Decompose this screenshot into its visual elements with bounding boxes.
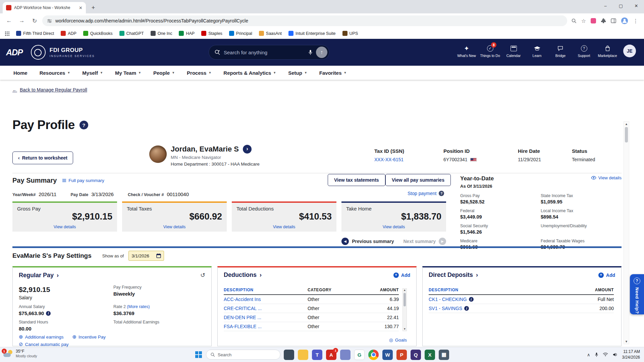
close-button[interactable]: ✕: [629, 0, 644, 11]
return-to-worksheet-button[interactable]: ‹Return to worksheet: [12, 152, 73, 164]
adp-logo[interactable]: ADP: [6, 48, 23, 57]
mic-icon[interactable]: [595, 352, 598, 357]
view-all-pay-summaries-button[interactable]: View all pay summaries: [385, 174, 451, 186]
refresh-icon[interactable]: ↻: [30, 16, 40, 26]
bookmark-item[interactable]: Fifth Third Direct: [16, 31, 54, 36]
nav-item-setup[interactable]: Setup▼: [288, 70, 307, 76]
need-help-button[interactable]: ? Need Help?: [630, 274, 644, 314]
bookmark-star-icon[interactable]: ☆: [581, 18, 586, 24]
date-input[interactable]: [131, 253, 154, 258]
browser-tab[interactable]: ADP Workforce Now - Workshe ✕: [3, 2, 86, 13]
search-submit-button[interactable]: ↑: [316, 47, 327, 58]
wifi-icon[interactable]: [603, 353, 608, 357]
volume-icon[interactable]: [612, 353, 618, 357]
nav-item-process[interactable]: Process▼: [187, 70, 211, 76]
excel-icon[interactable]: X: [425, 350, 435, 360]
search-icon[interactable]: [571, 18, 577, 23]
account-link[interactable]: CK1 - CHECKING: [429, 297, 467, 302]
scroll-up-icon[interactable]: ▲: [403, 289, 407, 292]
start-button[interactable]: [195, 351, 203, 359]
previous-summary-button[interactable]: ◀ Previous summary: [341, 238, 394, 245]
deductions-scrollbar[interactable]: ▲ ▼: [402, 288, 407, 331]
nav-item-people[interactable]: People▼: [153, 70, 175, 76]
bookmark-item[interactable]: ADP: [61, 31, 76, 36]
cancel-automatic-pay-link[interactable]: ⊘Cancel automatic pay: [19, 341, 68, 347]
bookmark-item[interactable]: SaasAnt: [259, 31, 282, 36]
deduction-link[interactable]: FSA-FLEXIBLE ...: [224, 324, 262, 329]
pinned-extension-icon[interactable]: [591, 18, 596, 23]
bookmark-item[interactable]: UPS: [342, 31, 358, 36]
employee-photo[interactable]: [149, 145, 167, 163]
info-icon[interactable]: i: [464, 306, 469, 311]
contacts-icon[interactable]: [340, 350, 351, 360]
maximize-button[interactable]: ▢: [613, 0, 629, 11]
bookmark-item[interactable]: One Inc: [151, 31, 172, 36]
clock[interactable]: 11:17 AM 3/24/2026: [622, 349, 640, 360]
bookmark-item[interactable]: HAP: [179, 31, 195, 36]
hidden-icons-chevron[interactable]: ∧: [587, 352, 590, 357]
nav-item-resources[interactable]: Resources▼: [40, 70, 70, 76]
url-bar[interactable]: workforcenow.adp.com/theme/admin.html#/P…: [42, 15, 567, 26]
employee-detail-arrow-icon[interactable]: ›: [243, 145, 252, 154]
browser-menu-icon[interactable]: ⋮: [633, 18, 639, 24]
bookmark-item[interactable]: QuickBooks: [83, 31, 113, 36]
goals-link[interactable]: ◎Goals: [389, 337, 407, 343]
user-avatar[interactable]: JE: [623, 45, 636, 57]
bookmark-item[interactable]: ChatGPT: [119, 31, 144, 36]
bookmark-item[interactable]: Staples: [201, 31, 222, 36]
history-icon[interactable]: ↺: [200, 272, 205, 279]
scrollbar-thumb[interactable]: [404, 293, 406, 306]
account-link[interactable]: SV1 - SAVINGS: [429, 306, 462, 311]
add-deduction-button[interactable]: +Add: [393, 273, 410, 278]
deduction-link[interactable]: DEN-DEN PRE ...: [224, 315, 261, 320]
monitor-icon[interactable]: [284, 350, 294, 360]
adp-icon[interactable]: A1: [326, 350, 336, 360]
bookmark-item[interactable]: Intuit Enterprise Suite: [288, 31, 336, 36]
direct-deposits-link[interactable]: Direct Deposits›: [429, 272, 478, 279]
view-details-link[interactable]: View details: [232, 225, 336, 229]
more-rates-link[interactable]: (More rates): [127, 304, 150, 309]
back-icon[interactable]: ←: [4, 16, 14, 26]
additional-earnings-link[interactable]: ⊕Additional earnings: [19, 334, 63, 340]
minimize-button[interactable]: –: [598, 0, 613, 11]
scrollbar-thumb[interactable]: [625, 127, 628, 142]
page-scrollbar[interactable]: ▲ ▼: [624, 121, 629, 344]
nav-item-reports-analytics[interactable]: Reports & Analytics▼: [223, 70, 276, 76]
taskbar-search[interactable]: [206, 350, 280, 360]
nav-item-my-team[interactable]: My Team▼: [115, 70, 141, 76]
scroll-down-icon[interactable]: ▼: [403, 327, 407, 331]
nav-item-favorites[interactable]: Favorites▼: [319, 70, 347, 76]
learn-button[interactable]: Learn: [527, 44, 547, 58]
regular-pay-link[interactable]: Regular Pay›: [19, 272, 59, 279]
powerpoint-icon[interactable]: P: [396, 350, 407, 360]
profile-avatar-icon[interactable]: [621, 17, 628, 24]
nav-item-home[interactable]: Home: [13, 70, 28, 76]
taskbar-search-input[interactable]: [218, 352, 276, 357]
support-button[interactable]: ? Support: [574, 44, 594, 58]
site-info-icon[interactable]: [47, 18, 52, 23]
word-icon[interactable]: W: [382, 350, 393, 360]
show-as-of-date-field[interactable]: [128, 251, 164, 261]
ytd-view-details-link[interactable]: View details: [591, 175, 622, 180]
new-tab-button[interactable]: +: [89, 3, 98, 12]
add-direct-deposit-button[interactable]: +Add: [598, 273, 615, 278]
weather-widget[interactable]: 1 35°F Mostly cloudy: [3, 349, 37, 358]
bookmark-item[interactable]: Principal: [229, 31, 252, 36]
extensions-puzzle-icon[interactable]: [601, 18, 606, 23]
full-pay-summary-link[interactable]: Full pay summary: [62, 178, 104, 183]
whats-new-button[interactable]: ✦ What's New: [456, 44, 477, 58]
grammarly-icon[interactable]: G: [354, 350, 365, 360]
ssn-link[interactable]: XXX-XX-6151: [374, 157, 404, 162]
help-icon[interactable]: ?: [439, 191, 444, 196]
calendar-icon[interactable]: [156, 253, 161, 258]
scroll-down-icon[interactable]: ▼: [624, 340, 629, 343]
forward-icon[interactable]: →: [17, 16, 27, 26]
side-panel-icon[interactable]: [611, 18, 616, 23]
back-to-payroll-link[interactable]: ←Back to Manage Regular Payroll: [12, 87, 87, 93]
incentive-pay-link[interactable]: ⊕Incentive Pay: [72, 334, 106, 340]
tab-close-icon[interactable]: ✕: [79, 5, 83, 10]
view-tax-statements-button[interactable]: View tax statements: [328, 174, 385, 186]
deduction-link[interactable]: CRE-CRITICAL ...: [224, 306, 262, 311]
calendar-button[interactable]: Calendar: [503, 44, 524, 58]
next-summary-button[interactable]: Next summary ▶: [404, 238, 446, 245]
